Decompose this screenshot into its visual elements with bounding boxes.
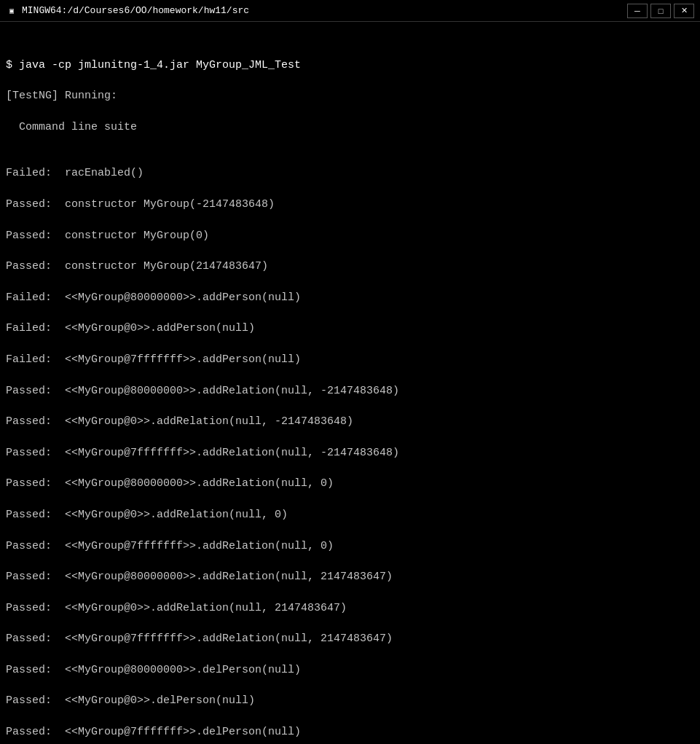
terminal-line: Failed: <<MyGroup@0>>.addPerson(null) [6, 321, 694, 336]
terminal-body[interactable]: $ java -cp jmlunitng-1_4.jar MyGroup_JML… [0, 22, 700, 744]
terminal-line: Passed: <<MyGroup@0>>.addRelation(null, … [6, 414, 694, 429]
terminal-line: Passed: <<MyGroup@7fffffff>>.addRelation… [6, 445, 694, 461]
terminal-line: [TestNG] Running: [6, 88, 694, 103]
maximize-button[interactable]: □ [650, 4, 671, 18]
terminal-line: Passed: <<MyGroup@0>>.addRelation(null, … [6, 600, 694, 616]
empty-line [6, 150, 694, 165]
terminal-line: Passed: <<MyGroup@80000000>>.delPerson(n… [6, 662, 694, 678]
window-icon: ▣ [6, 5, 17, 17]
window: ▣ MINGW64:/d/Courses6/OO/homework/hw11/s… [0, 0, 700, 744]
close-button[interactable]: ✕ [674, 4, 694, 18]
title-bar-text: MINGW64:/d/Courses6/OO/homework/hw11/src [22, 5, 627, 16]
minimize-button[interactable]: ─ [627, 4, 648, 18]
terminal-line: Passed: <<MyGroup@0>>.delPerson(null) [6, 693, 694, 708]
terminal-line: Passed: <<MyGroup@80000000>>.addRelation… [6, 476, 694, 491]
terminal-line: Passed: <<MyGroup@0>>.addRelation(null, … [6, 507, 694, 522]
terminal-line: Passed: <<MyGroup@7fffffff>>.addRelation… [6, 631, 694, 646]
title-bar: ▣ MINGW64:/d/Courses6/OO/homework/hw11/s… [0, 0, 700, 22]
terminal-line: Passed: <<MyGroup@7fffffff>>.addRelation… [6, 539, 694, 554]
terminal-line: Passed: <<MyGroup@80000000>>.addRelation… [6, 383, 694, 399]
terminal-line: Failed: <<MyGroup@7fffffff>>.addPerson(n… [6, 352, 694, 367]
terminal-line: $ java -cp jmlunitng-1_4.jar MyGroup_JML… [6, 58, 694, 73]
title-bar-controls: ─ □ ✕ [627, 4, 694, 18]
terminal-line: Failed: <<MyGroup@80000000>>.addPerson(n… [6, 290, 694, 305]
terminal-line: Failed: racEnabled() [6, 165, 694, 181]
terminal-line: Command line suite [6, 120, 694, 135]
terminal-line: Passed: constructor MyGroup(2147483647) [6, 259, 694, 274]
terminal-line: Passed: constructor MyGroup(-2147483648) [6, 197, 694, 212]
terminal-line: Passed: constructor MyGroup(0) [6, 228, 694, 243]
terminal-line: Passed: <<MyGroup@7fffffff>>.delPerson(n… [6, 724, 694, 740]
terminal-line: Passed: <<MyGroup@80000000>>.addRelation… [6, 569, 694, 584]
